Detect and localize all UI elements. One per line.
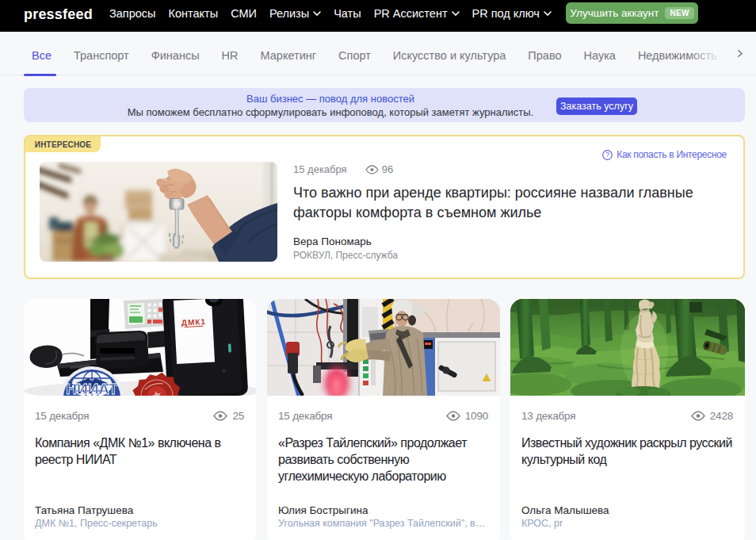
svg-text:?: ? [605, 151, 609, 159]
svg-text:ДМК1: ДМК1 [181, 317, 207, 327]
svg-text:НИИАТ: НИИАТ [66, 381, 118, 396]
